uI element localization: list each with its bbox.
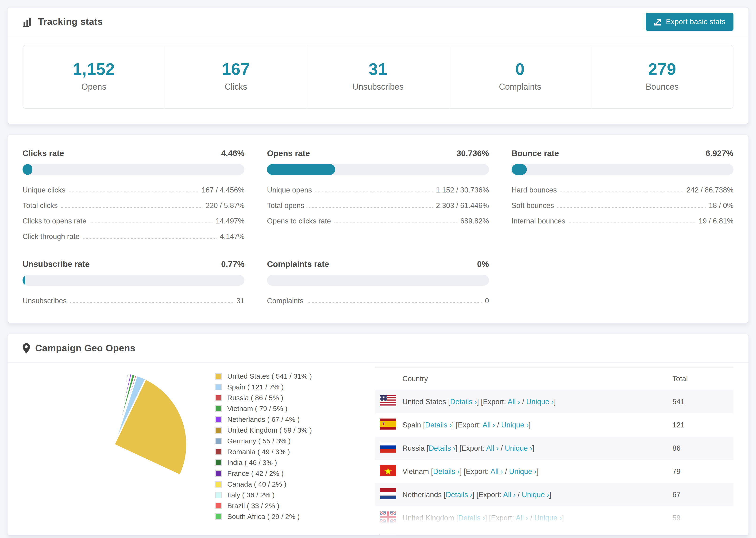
legend-item[interactable]: United States ( 541 / 31% )	[215, 372, 375, 380]
pie-slice-other-45[interactable]	[114, 372, 114, 445]
legend-item[interactable]: Romania ( 49 / 3% )	[215, 448, 375, 456]
legend-label: Brazil ( 33 / 2% )	[227, 502, 279, 510]
legend-item[interactable]: South Africa ( 29 / 2% )	[215, 512, 375, 521]
legend-item[interactable]: Russia ( 86 / 5% )	[215, 394, 375, 402]
flag-cell	[375, 390, 403, 413]
dotted-leader	[69, 191, 198, 192]
geo-table: Country Total United States [Details ›] …	[375, 367, 733, 536]
dotted-leader	[70, 302, 233, 303]
rate-stat-row: Total clicks220 / 5.87%	[23, 198, 244, 213]
rate-stat-row: Hard bounces242 / 86.738%	[512, 183, 733, 198]
rate-stat-row: Unsubscribes31	[23, 293, 244, 309]
tracking-stats-header: Tracking stats Export basic stats	[8, 8, 748, 36]
dotted-leader	[307, 207, 433, 208]
geo-table-header-row: Country Total	[375, 367, 733, 390]
export-all-link[interactable]: All ›	[508, 398, 520, 406]
rate-stat-label: Opens to clicks rate	[267, 217, 331, 225]
export-unique-link[interactable]: Unique ›	[509, 467, 536, 476]
legend-item[interactable]: Brazil ( 33 / 2% )	[215, 502, 375, 510]
rate-value: 6.927%	[706, 149, 733, 158]
rate-stat-label: Clicks to opens rate	[23, 217, 86, 225]
table-row-es: Spain [Details ›] [Export: All › / Uniqu…	[375, 413, 733, 437]
legend-item[interactable]: Netherlands ( 67 / 4% )	[215, 415, 375, 423]
flag-cell	[375, 506, 403, 529]
details-link[interactable]: Details ›	[429, 444, 456, 452]
rate-head: Clicks rate4.46%	[23, 149, 244, 158]
details-link[interactable]: Details ›	[450, 398, 477, 406]
rate-stat-row: Internal bounces19 / 6.81%	[512, 213, 733, 229]
bar-chart-icon	[23, 17, 33, 27]
total-column-header: Total	[673, 367, 733, 390]
rate-stat-row: Opens to clicks rate689.82%	[267, 213, 489, 229]
rate-stat-value: 31	[237, 297, 244, 305]
export-all-link[interactable]: All ›	[490, 467, 503, 476]
rate-stat-label: Unique opens	[267, 186, 312, 194]
table-row-nl: Netherlands [Details ›] [Export: All › /…	[375, 483, 733, 506]
dotted-leader	[334, 223, 457, 223]
rate-progress-fill	[512, 164, 527, 175]
legend-item[interactable]: Italy ( 36 / 2% )	[215, 491, 375, 499]
export-basic-stats-button[interactable]: Export basic stats	[646, 13, 733, 31]
rate-rows: Unique opens1,152 / 30.736%Total opens2,…	[267, 183, 489, 229]
legend-swatch	[215, 438, 222, 444]
tracking-stats-title-text: Tracking stats	[38, 17, 103, 27]
legend-swatch	[215, 481, 222, 488]
flag-cell	[375, 483, 403, 506]
rate-progress-fill	[23, 275, 26, 286]
legend-item[interactable]: India ( 46 / 3% )	[215, 459, 375, 467]
export-all-link[interactable]: All ›	[515, 514, 528, 522]
details-link[interactable]: Details ›	[425, 421, 452, 429]
details-link[interactable]: Details ›	[458, 514, 485, 522]
rate-value: 4.46%	[221, 149, 244, 158]
legend-item[interactable]: United Kingdom ( 59 / 3% )	[215, 426, 375, 434]
geo-header: Campaign Geo Opens	[8, 334, 748, 362]
rate-stat-label: Soft bounces	[512, 201, 554, 210]
legend-swatch	[215, 416, 222, 423]
gb-flag-icon	[380, 511, 396, 522]
details-link[interactable]: Details ›	[446, 491, 472, 499]
rate-stat-value: 167 / 4.456%	[202, 186, 244, 194]
details-link[interactable]: Details ›	[433, 467, 460, 476]
export-unique-link[interactable]: Unique ›	[522, 491, 549, 499]
campaign-geo-opens-card: Campaign Geo Opens United States ( 541 /…	[7, 334, 749, 536]
rate-title: Complaints rate	[267, 259, 329, 269]
rate-stat-row: Soft bounces18 / 0%	[512, 198, 733, 213]
de-flag-icon	[380, 535, 396, 536]
geo-legend: United States ( 541 / 31% )Spain ( 121 /…	[206, 367, 375, 536]
legend-item[interactable]: Vietnam ( 79 / 5% )	[215, 405, 375, 413]
rate-stat-value: 19 / 6.81%	[699, 217, 733, 225]
rate-progress-bar	[267, 275, 489, 286]
rate-stat-label: Unsubscribes	[23, 297, 67, 305]
legend-label: Italy ( 36 / 2% )	[227, 491, 275, 499]
legend-swatch	[215, 513, 222, 520]
stat-card-complaints: 0Complaints	[449, 45, 591, 108]
rate-stat-label: Complaints	[267, 297, 303, 305]
legend-swatch	[215, 503, 222, 509]
total-cell: 121	[673, 413, 733, 437]
legend-item[interactable]: Canada ( 40 / 2% )	[215, 480, 375, 488]
export-unique-link[interactable]: Unique ›	[534, 514, 562, 522]
rate-block-complaints-rate: Complaints rate0%Complaints0	[267, 259, 489, 309]
export-unique-link[interactable]: Unique ›	[505, 444, 532, 452]
rate-title: Bounce rate	[512, 149, 559, 158]
flag-cell	[375, 437, 403, 460]
map-pin-icon	[23, 343, 30, 353]
export-all-link[interactable]: All ›	[482, 421, 495, 429]
total-cell: 59	[673, 506, 733, 529]
total-cell: 67	[673, 483, 733, 506]
country-cell: Germany [Details ›] [Export: All › / Uni…	[403, 529, 673, 536]
rate-stat-value: 0	[485, 297, 489, 305]
rate-stat-row: Complaints0	[267, 293, 489, 309]
rate-stat-row: Unique opens1,152 / 30.736%	[267, 183, 489, 198]
export-all-link[interactable]: All ›	[486, 444, 499, 452]
legend-item[interactable]: Germany ( 55 / 3% )	[215, 437, 375, 445]
export-all-link[interactable]: All ›	[503, 491, 515, 499]
legend-item[interactable]: France ( 42 / 2% )	[215, 469, 375, 477]
rate-rows: Unique clicks167 / 4.456%Total clicks220…	[23, 183, 244, 244]
rate-stat-value: 18 / 0%	[709, 201, 733, 210]
export-unique-link[interactable]: Unique ›	[501, 421, 528, 429]
legend-item[interactable]: Spain ( 121 / 7% )	[215, 383, 375, 391]
export-unique-link[interactable]: Unique ›	[526, 398, 554, 406]
rate-block-bounce-rate: Bounce rate6.927%Hard bounces242 / 86.73…	[512, 149, 733, 244]
rate-stat-value: 4.147%	[220, 232, 244, 241]
